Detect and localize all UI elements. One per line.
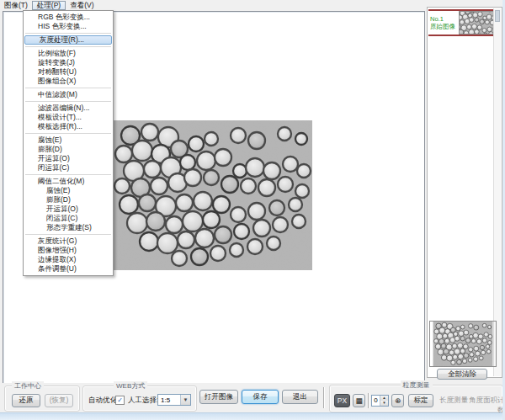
save-button[interactable]: 保存 [242, 390, 279, 404]
menu-item-rotate[interactable]: 旋转变换(J) [24, 58, 113, 67]
menu-separator [25, 133, 111, 134]
open-image-button[interactable]: 打开图像 [199, 390, 238, 404]
menu-separator [25, 234, 111, 235]
clear-all-button[interactable]: 全部清除 [437, 369, 487, 380]
preview-thumbnail[interactable] [429, 321, 497, 367]
bottom-toolbar: 工作中心 还原 (恢复) WEB方式 自动优化 ✓ 人工选择: 1:5 ▼ 打开… [0, 383, 505, 412]
menu-separator [25, 33, 111, 34]
ratio-select-value: 1:5 [158, 396, 180, 404]
image-list-panel: No.1 原始图像 全部清除 [427, 7, 502, 378]
menu-item-bin-close[interactable]: 闭运算(C) [24, 214, 113, 223]
target-tool-button[interactable]: ⊕ [391, 394, 404, 407]
window-frame-bottom [0, 412, 505, 420]
menu-item-gray-process[interactable]: 灰度处理(R)... [24, 35, 112, 45]
menu-item-gray-stats[interactable]: 灰度统计(G) [24, 237, 113, 246]
menu-item-his-transform[interactable]: HIS 色彩变换... [24, 22, 113, 31]
process-dropdown-menu: RGB 色彩变换... HIS 色彩变换... 灰度处理(R)... 比例缩放(… [23, 10, 114, 276]
menu-item-flip[interactable]: 对称翻转(U) [24, 67, 113, 77]
menu-item-bin-open[interactable]: 开运算(O) [24, 205, 113, 214]
spinner-arrows[interactable]: ▲▼ [380, 396, 388, 406]
app-window: 图像(T) 处理(P) 查看(V) [0, 0, 505, 420]
menu-item-combine[interactable]: 图像组合(X) [24, 77, 113, 86]
count-spinner[interactable]: 0 ▲▼ [371, 395, 389, 407]
spinner-down-icon[interactable]: ▼ [380, 401, 388, 406]
undo-button[interactable]: 还原 [12, 394, 40, 407]
area-measure-button[interactable]: 面积 [483, 396, 497, 406]
auto-optimize-checkbox[interactable]: ✓ [115, 396, 125, 405]
toolbar-divider [323, 387, 325, 408]
menu-item-rgb-transform[interactable]: RGB 色彩变换... [24, 13, 113, 22]
count-spinner-value: 0 [372, 396, 380, 406]
redo-button[interactable]: (恢复) [45, 394, 73, 407]
manual-select-label: 人工选择: [128, 396, 158, 406]
menu-item-condition-adjust[interactable]: 条件调整(U) [24, 264, 113, 274]
menu-item-template-design[interactable]: 模板设计(T)... [24, 113, 113, 122]
ratio-select[interactable]: 1:5 ▼ [157, 394, 191, 406]
menu-item-filter-edit[interactable]: 滤波器编辑(N)... [24, 104, 113, 113]
menu-separator [25, 174, 111, 175]
menu-item-erode[interactable]: 腐蚀(E) [24, 136, 113, 145]
tem-image-canvas[interactable] [112, 120, 312, 270]
menu-view[interactable]: 查看(V) [66, 1, 98, 10]
menu-item-bin-erode[interactable]: 腐蚀(E) [24, 186, 113, 195]
calibrate-button[interactable]: 标定 [408, 394, 433, 407]
menu-process[interactable]: 处理(P) [32, 1, 66, 10]
image-list-thumbnail [459, 11, 496, 35]
menu-separator [25, 101, 111, 102]
image-list-item[interactable]: No.1 原始图像 [428, 9, 496, 36]
tool-divider [368, 393, 369, 408]
menu-item-scale[interactable]: 比例缩放(F) [24, 49, 113, 58]
menu-item-threshold[interactable]: 阈值二值化(M) [24, 177, 113, 186]
work-center-group-label: 工作中心 [12, 381, 44, 391]
chevron-down-icon[interactable]: ▼ [180, 395, 190, 405]
menu-item-dilate[interactable]: 膨胀(D) [24, 145, 113, 154]
angle-measure-button[interactable]: 角度 [469, 396, 483, 406]
menu-separator [25, 88, 111, 88]
menu-item-morph-rebuild[interactable]: 形态学重建(S) [24, 223, 113, 232]
menu-item-close-op[interactable]: 闭运算(C) [24, 163, 113, 173]
web-mode-group-label: WEB方式 [114, 381, 147, 391]
web-mode-group: WEB方式 自动优化 ✓ 人工选择: 1:5 ▼ [82, 385, 197, 412]
measure-group: 粒度测量 PX ▦ 0 ▲▼ ⊕ 标定 长度测量 角度 面积 计数 [329, 385, 503, 412]
image-list-item-label: No.1 原始图像 [428, 15, 459, 31]
pixel-tool-button[interactable]: PX [334, 394, 350, 407]
menu-item-template-select[interactable]: 模板选择(R)... [24, 122, 113, 131]
grid-tool-button[interactable]: ▦ [353, 394, 365, 407]
menu-item-open-op[interactable]: 开运算(O) [24, 154, 113, 163]
menu-separator [25, 46, 111, 47]
auto-optimize-label: 自动优化 [88, 396, 117, 406]
measure-group-label: 粒度测量 [401, 380, 433, 390]
scrollbar-thumb[interactable] [495, 10, 500, 22]
length-measure-button[interactable]: 长度测量 [439, 396, 468, 406]
work-center-group: 工作中心 还原 (恢复) [4, 385, 80, 412]
menu-image[interactable]: 图像(T) [0, 1, 32, 10]
menu-item-edge-extract[interactable]: 边缘提取(X) [24, 255, 113, 264]
menu-item-enhance[interactable]: 图像增强(H) [24, 246, 113, 255]
menu-item-median-filter[interactable]: 中值滤波(M) [24, 90, 113, 99]
menu-item-bin-dilate[interactable]: 膨胀(D) [24, 195, 113, 205]
exit-button[interactable]: 退出 [282, 390, 318, 404]
